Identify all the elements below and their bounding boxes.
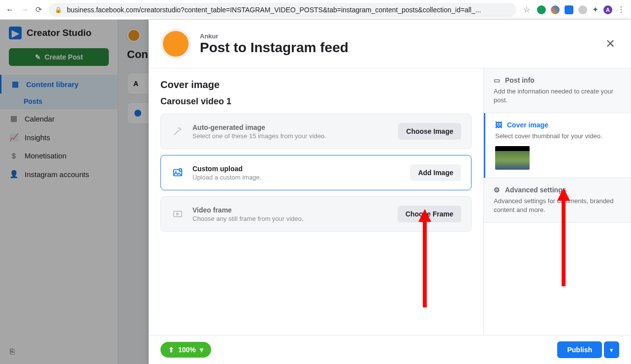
extension-icon[interactable] — [565, 5, 573, 14]
option-desc: Choose any still frame from your video. — [192, 215, 390, 222]
option-title: Custom upload — [192, 165, 402, 173]
side-cover-image[interactable]: 🖼 Cover image Select cover thumbnail for… — [484, 113, 631, 178]
reload-button[interactable]: ⟳ — [35, 5, 42, 14]
extension-icon[interactable] — [578, 5, 587, 14]
extension-icons: ✦ A ⋮ — [537, 5, 625, 14]
add-image-button[interactable]: Add Image — [410, 164, 461, 181]
user-avatar — [160, 29, 191, 59]
bookmark-star-icon[interactable]: ☆ — [523, 5, 530, 14]
image-icon: 🖼 — [495, 121, 502, 129]
option-auto-generated[interactable]: Auto-generated image Select one of these… — [160, 114, 472, 149]
upload-arrow-icon: ⬆ — [168, 346, 174, 354]
card-icon: ▭ — [494, 76, 500, 84]
close-button[interactable]: ✕ — [601, 33, 619, 55]
forward-button[interactable]: → — [21, 5, 29, 14]
upload-progress[interactable]: ⬆ 100% ▾ — [160, 342, 211, 358]
modal-main: Cover image Carousel video 1 Auto-genera… — [149, 68, 483, 335]
annotation-arrow-2 — [556, 188, 571, 288]
modal-user: Ankur — [200, 32, 593, 40]
profile-avatar[interactable]: A — [603, 5, 612, 14]
publish-button[interactable]: Publish — [557, 341, 602, 358]
chevron-down-icon: ▾ — [200, 346, 203, 354]
url-text: business.facebook.com/creatorstudio?cont… — [67, 6, 481, 14]
lock-icon: 🔒 — [55, 6, 62, 13]
modal-footer: ⬆ 100% ▾ Publish ▾ — [149, 335, 631, 364]
option-title: Auto-generated image — [192, 123, 390, 131]
nav-arrows: ← → — [6, 5, 29, 14]
chrome-menu-icon[interactable]: ⋮ — [617, 5, 625, 14]
publish-dropdown[interactable]: ▾ — [604, 341, 619, 358]
cover-thumbnail[interactable] — [495, 146, 530, 170]
url-bar[interactable]: 🔒 business.facebook.com/creatorstudio?co… — [49, 3, 516, 17]
option-desc: Select one of these 15 images from your … — [192, 132, 390, 140]
modal-title: Post to Instagram feed — [200, 40, 593, 56]
option-title: Video frame — [192, 206, 390, 214]
extensions-puzzle-icon[interactable]: ✦ — [592, 5, 599, 14]
video-frame-icon — [171, 207, 185, 221]
upload-image-icon — [171, 166, 185, 180]
modal-header: Ankur Post to Instagram feed ✕ — [149, 20, 631, 68]
browser-toolbar: ← → ⟳ 🔒 business.facebook.com/creatorstu… — [0, 0, 631, 20]
wand-icon — [171, 124, 185, 138]
option-desc: Upload a custom image. — [192, 174, 402, 181]
annotation-arrow-1 — [417, 209, 432, 309]
gear-icon: ⚙ — [494, 186, 500, 194]
choose-image-button[interactable]: Choose Image — [398, 123, 461, 140]
side-post-info[interactable]: ▭ Post info Add the information needed t… — [484, 68, 631, 113]
section-subtitle: Carousel video 1 — [160, 96, 472, 107]
back-button[interactable]: ← — [6, 5, 14, 14]
section-title: Cover image — [160, 79, 472, 91]
extension-icon[interactable] — [551, 5, 560, 14]
extension-icon[interactable] — [537, 5, 546, 14]
option-custom-upload[interactable]: Custom upload Upload a custom image. Add… — [160, 155, 472, 190]
